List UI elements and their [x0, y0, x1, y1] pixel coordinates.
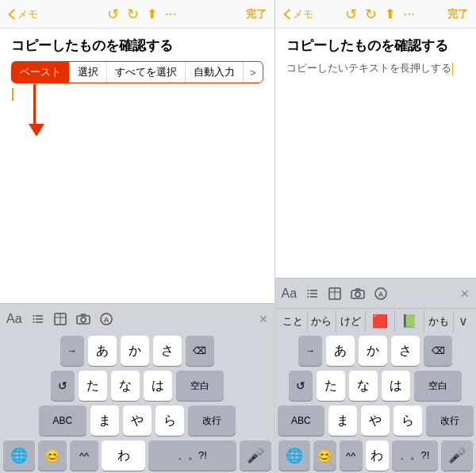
right-key-mic[interactable]: 🎤 [441, 440, 473, 471]
right-key-na[interactable]: な [349, 371, 378, 401]
right-key-row-2: ↺ た な は 空白 [275, 368, 476, 403]
left-toolbar-camera[interactable] [76, 313, 90, 325]
right-key-ka[interactable]: か [359, 336, 387, 366]
left-back-label: メモ [17, 7, 38, 21]
right-note-title[interactable]: コピーしたものを確認する [286, 37, 465, 55]
right-note-body: コピーしたいテキストを長押しする [286, 61, 465, 75]
right-key-wa[interactable]: わ [366, 440, 389, 471]
left-key-na[interactable]: な [111, 371, 140, 401]
left-key-ra[interactable]: ら [155, 406, 184, 436]
arrow-shaft [33, 84, 36, 124]
left-key-ya[interactable]: や [123, 406, 152, 436]
left-nav-icons: ↺ ↻ ⬆ ··· [107, 6, 177, 23]
right-key-space[interactable]: 空白 [414, 371, 462, 401]
svg-text:A: A [103, 316, 109, 324]
left-key-row-3: ABC ま や ら 改行 [0, 403, 274, 438]
right-undo-icon[interactable]: ↺ [345, 6, 357, 23]
right-key-globe[interactable]: 🌐 [278, 440, 310, 471]
left-key-ta[interactable]: た [79, 371, 107, 401]
left-key-space[interactable]: 空白 [176, 371, 224, 401]
right-keyboard-toolbar: Aa A ✕ [275, 278, 476, 308]
left-note-title[interactable]: コピーしたものを確認する [11, 37, 263, 55]
right-key-sa[interactable]: さ [391, 336, 420, 366]
right-key-ra[interactable]: ら [393, 406, 422, 436]
right-redo-icon[interactable]: ↻ [365, 6, 377, 23]
left-key-backspace[interactable]: ⌫ [186, 336, 214, 366]
left-back-button[interactable]: メモ [8, 7, 38, 21]
context-menu-auto-input[interactable]: 自動入力 [186, 62, 244, 83]
left-redo-icon[interactable]: ↻ [127, 6, 139, 23]
left-toolbar-format[interactable]: A [100, 313, 113, 325]
right-share-icon[interactable]: ⬆ [385, 6, 395, 21]
right-toolbar-list[interactable] [306, 287, 319, 300]
left-toolbar-list[interactable] [32, 313, 44, 325]
right-key-arrow[interactable]: → [298, 336, 322, 366]
svg-point-18 [308, 296, 309, 298]
left-key-undo2[interactable]: ↺ [51, 371, 75, 401]
context-menu-select[interactable]: 選択 [70, 62, 107, 83]
right-toolbar-close[interactable]: ✕ [460, 287, 470, 300]
left-key-ha[interactable]: は [144, 371, 172, 401]
right-key-undo2[interactable]: ↺ [289, 371, 313, 401]
left-key-wa[interactable]: わ [102, 440, 145, 471]
right-key-enter[interactable]: 改行 [426, 406, 474, 436]
left-key-ma[interactable]: ま [90, 406, 119, 436]
right-key-a[interactable]: あ [326, 336, 355, 366]
left-done-button[interactable]: 完了 [246, 7, 267, 21]
arrow-head [29, 124, 44, 137]
left-key-emoji[interactable]: 😊 [38, 440, 67, 471]
left-key-globe[interactable]: 🌐 [3, 440, 35, 471]
left-toolbar-table[interactable] [54, 313, 67, 325]
right-key-ta[interactable]: た [317, 371, 345, 401]
left-key-row-4: 🌐 😊 ^^ わ 、。?! 🎤 [0, 438, 274, 473]
svg-point-4 [33, 318, 34, 320]
left-toolbar-aa[interactable]: Aa [6, 312, 22, 326]
right-key-ma[interactable]: ま [328, 406, 357, 436]
left-key-row-1: → あ か さ ⌫ [0, 333, 274, 368]
right-nav-bar: メモ ↺ ↻ ⬆ ··· 完了 [275, 0, 476, 29]
left-key-caret[interactable]: ^^ [70, 440, 98, 471]
left-key-arrow[interactable]: → [60, 336, 84, 366]
right-done-button[interactable]: 完了 [447, 7, 468, 21]
right-key-punctuation[interactable]: 、。?! [392, 440, 438, 471]
right-pred-kara[interactable]: から [308, 311, 337, 332]
context-menu-select-all[interactable]: すべてを選択 [107, 62, 186, 83]
left-key-a[interactable]: あ [88, 336, 117, 366]
right-panel: メモ ↺ ↻ ⬆ ··· 完了 コピーしたものを確認する コピーしたいテキストを… [275, 0, 476, 473]
left-toolbar-close[interactable]: ✕ [259, 313, 268, 325]
right-nav-icons: ↺ ↻ ⬆ ··· [345, 6, 415, 23]
right-key-ha[interactable]: は [382, 371, 410, 401]
context-menu-paste[interactable]: ペースト [12, 62, 70, 83]
right-pred-koto[interactable]: こと [278, 311, 308, 332]
right-key-caret[interactable]: ^^ [340, 440, 363, 471]
right-key-ya[interactable]: や [361, 406, 390, 436]
right-toolbar-format[interactable]: A [374, 287, 387, 300]
left-key-sa[interactable]: さ [153, 336, 182, 366]
right-pred-chevron[interactable]: ∨ [454, 313, 473, 329]
left-panel: メモ ↺ ↻ ⬆ ··· 完了 コピーしたものを確認する ペースト 選択 すべて… [0, 0, 275, 473]
svg-point-3 [33, 315, 34, 317]
right-pred-red-book[interactable]: 🟥 [366, 310, 395, 332]
left-context-menu: ペースト 選択 すべてを選択 自動入力 > [11, 61, 263, 83]
right-key-abc[interactable]: ABC [278, 406, 325, 436]
left-key-enter[interactable]: 改行 [188, 406, 236, 436]
right-key-backspace[interactable]: ⌫ [424, 336, 452, 366]
right-back-button[interactable]: メモ [283, 7, 313, 21]
left-key-punctuation[interactable]: 、。?! [148, 440, 236, 471]
context-menu-more[interactable]: > [244, 63, 263, 82]
right-toolbar-table[interactable] [328, 287, 341, 300]
left-share-icon[interactable]: ⬆ [147, 6, 157, 21]
right-pred-kedo[interactable]: けど [336, 311, 366, 332]
left-key-abc[interactable]: ABC [39, 406, 86, 436]
right-toolbar-camera[interactable] [351, 288, 365, 299]
right-more-icon[interactable]: ··· [403, 6, 415, 22]
left-key-mic[interactable]: 🎤 [240, 440, 271, 471]
left-more-icon[interactable]: ··· [165, 6, 177, 22]
left-key-ka[interactable]: か [121, 336, 149, 366]
right-pred-kamo[interactable]: かも [424, 311, 454, 332]
right-pred-green-book[interactable]: 📗 [395, 310, 424, 332]
right-keyboard: → あ か さ ⌫ ↺ た な は 空白 ABC ま や ら 改行 [275, 333, 476, 473]
left-undo-icon[interactable]: ↺ [107, 6, 119, 23]
right-key-emoji[interactable]: 😊 [313, 440, 336, 471]
right-toolbar-aa[interactable]: Aa [282, 286, 298, 301]
